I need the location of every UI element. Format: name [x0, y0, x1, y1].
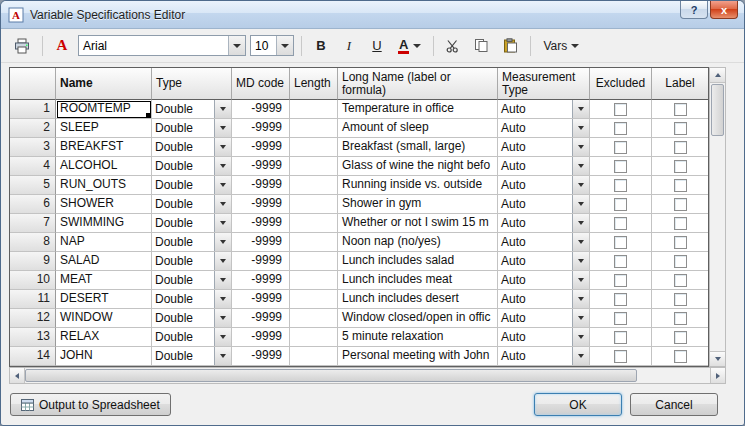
type-cell[interactable]: Double: [152, 233, 232, 252]
md-code-cell[interactable]: -9999: [232, 157, 290, 176]
label-checkbox[interactable]: [674, 312, 687, 325]
long-name-cell[interactable]: Shower in gym: [338, 195, 498, 214]
type-cell[interactable]: Double: [152, 290, 232, 309]
type-dropdown-button[interactable]: [214, 100, 231, 118]
paste-button[interactable]: [498, 34, 523, 58]
type-dropdown-button[interactable]: [214, 157, 231, 175]
type-dropdown-button[interactable]: [214, 252, 231, 270]
type-dropdown-button[interactable]: [214, 347, 231, 365]
horizontal-scrollbar[interactable]: [9, 367, 726, 384]
type-cell[interactable]: Double: [152, 271, 232, 290]
format-button[interactable]: A: [50, 34, 74, 58]
name-cell[interactable]: MEAT: [56, 271, 152, 290]
md-code-cell[interactable]: -9999: [232, 195, 290, 214]
type-dropdown-button[interactable]: [214, 328, 231, 346]
length-cell[interactable]: [290, 214, 338, 233]
measurement-type-dropdown-button[interactable]: [572, 233, 589, 251]
measurement-type-dropdown-button[interactable]: [572, 157, 589, 175]
measurement-type-cell[interactable]: Auto: [498, 271, 590, 290]
type-cell[interactable]: Double: [152, 347, 232, 366]
type-cell[interactable]: Double: [152, 195, 232, 214]
measurement-type-cell[interactable]: Auto: [498, 195, 590, 214]
header-measurement-type[interactable]: Measurement Type: [498, 68, 590, 100]
type-cell[interactable]: Double: [152, 176, 232, 195]
measurement-type-dropdown-button[interactable]: [572, 100, 589, 118]
measurement-type-cell[interactable]: Auto: [498, 119, 590, 138]
measurement-type-dropdown-button[interactable]: [572, 214, 589, 232]
scroll-left-button[interactable]: [10, 368, 25, 383]
measurement-type-cell[interactable]: Auto: [498, 328, 590, 347]
row-header[interactable]: 6: [10, 195, 56, 214]
type-dropdown-button[interactable]: [214, 138, 231, 156]
row-header[interactable]: 12: [10, 309, 56, 328]
cut-button[interactable]: [441, 34, 465, 58]
measurement-type-cell[interactable]: Auto: [498, 290, 590, 309]
long-name-cell[interactable]: Personal meeting with John: [338, 347, 498, 366]
fill-handle[interactable]: [146, 113, 151, 118]
close-button[interactable]: x: [710, 1, 738, 19]
label-checkbox[interactable]: [674, 274, 687, 287]
header-name[interactable]: Name: [56, 68, 152, 100]
long-name-cell[interactable]: Whether or not I swim 15 m: [338, 214, 498, 233]
type-cell[interactable]: Double: [152, 138, 232, 157]
measurement-type-dropdown-button[interactable]: [572, 309, 589, 327]
row-header[interactable]: 5: [10, 176, 56, 195]
label-checkbox[interactable]: [674, 350, 687, 363]
long-name-cell[interactable]: 5 minute relaxation: [338, 328, 498, 347]
label-checkbox[interactable]: [674, 198, 687, 211]
type-dropdown-button[interactable]: [214, 119, 231, 137]
label-checkbox[interactable]: [674, 236, 687, 249]
label-checkbox[interactable]: [674, 217, 687, 230]
excluded-checkbox[interactable]: [614, 293, 627, 306]
excluded-checkbox[interactable]: [614, 350, 627, 363]
md-code-cell[interactable]: -9999: [232, 176, 290, 195]
bold-button[interactable]: B: [309, 34, 333, 58]
md-code-cell[interactable]: -9999: [232, 233, 290, 252]
md-code-cell[interactable]: -9999: [232, 271, 290, 290]
measurement-type-cell[interactable]: Auto: [498, 176, 590, 195]
measurement-type-dropdown-button[interactable]: [572, 119, 589, 137]
type-cell[interactable]: Double: [152, 309, 232, 328]
row-header[interactable]: 11: [10, 290, 56, 309]
name-cell[interactable]: ROOMTEMP: [56, 100, 152, 119]
label-checkbox[interactable]: [674, 293, 687, 306]
print-button[interactable]: [9, 34, 35, 58]
row-header[interactable]: 3: [10, 138, 56, 157]
measurement-type-cell[interactable]: Auto: [498, 233, 590, 252]
vertical-scroll-thumb[interactable]: [711, 84, 724, 136]
length-cell[interactable]: [290, 347, 338, 366]
type-cell[interactable]: Double: [152, 252, 232, 271]
excluded-checkbox[interactable]: [614, 122, 627, 135]
excluded-checkbox[interactable]: [614, 198, 627, 211]
length-cell[interactable]: [290, 119, 338, 138]
type-dropdown-button[interactable]: [214, 214, 231, 232]
row-header[interactable]: 8: [10, 233, 56, 252]
md-code-cell[interactable]: -9999: [232, 138, 290, 157]
row-header[interactable]: 13: [10, 328, 56, 347]
long-name-cell[interactable]: Lunch includes meat: [338, 271, 498, 290]
measurement-type-dropdown-button[interactable]: [572, 347, 589, 365]
measurement-type-cell[interactable]: Auto: [498, 309, 590, 328]
measurement-type-cell[interactable]: Auto: [498, 252, 590, 271]
length-cell[interactable]: [290, 195, 338, 214]
scroll-up-button[interactable]: [710, 68, 725, 83]
long-name-cell[interactable]: Lunch includes salad: [338, 252, 498, 271]
label-checkbox[interactable]: [674, 255, 687, 268]
length-cell[interactable]: [290, 176, 338, 195]
excluded-checkbox[interactable]: [614, 255, 627, 268]
name-cell[interactable]: RUN_OUTS: [56, 176, 152, 195]
md-code-cell[interactable]: -9999: [232, 214, 290, 233]
header-length[interactable]: Length: [290, 68, 338, 100]
measurement-type-dropdown-button[interactable]: [572, 290, 589, 308]
type-dropdown-button[interactable]: [214, 176, 231, 194]
name-cell[interactable]: JOHN: [56, 347, 152, 366]
header-md-code[interactable]: MD code: [232, 68, 290, 100]
length-cell[interactable]: [290, 157, 338, 176]
label-checkbox[interactable]: [674, 160, 687, 173]
name-cell[interactable]: SLEEP: [56, 119, 152, 138]
ok-button[interactable]: OK: [534, 393, 622, 416]
measurement-type-dropdown-button[interactable]: [572, 328, 589, 346]
md-code-cell[interactable]: -9999: [232, 309, 290, 328]
excluded-checkbox[interactable]: [614, 331, 627, 344]
length-cell[interactable]: [290, 290, 338, 309]
